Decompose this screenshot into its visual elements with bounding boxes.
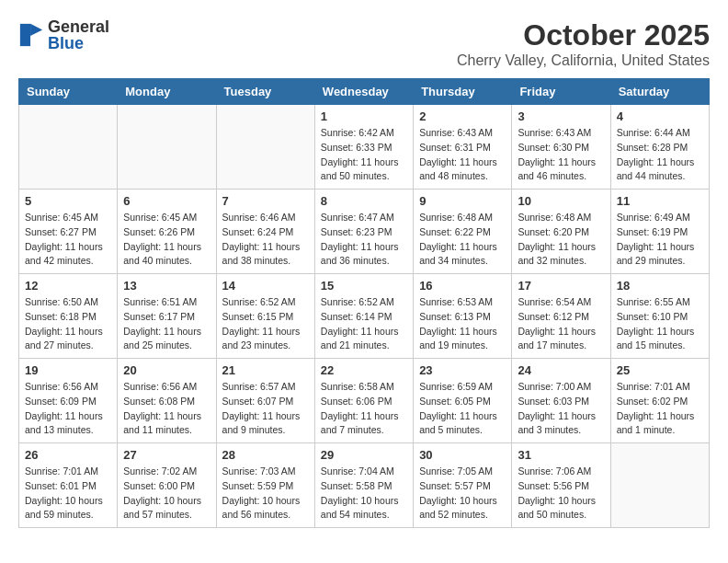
day-info: Sunrise: 6:51 AM Sunset: 6:17 PM Dayligh… xyxy=(123,295,210,353)
day-info: Sunrise: 7:01 AM Sunset: 6:01 PM Dayligh… xyxy=(25,465,111,523)
day-info: Sunrise: 6:45 AM Sunset: 6:27 PM Dayligh… xyxy=(25,211,111,269)
calendar-body: 1Sunrise: 6:42 AM Sunset: 6:33 PM Daylig… xyxy=(19,105,710,528)
calendar-cell: 26Sunrise: 7:01 AM Sunset: 6:01 PM Dayli… xyxy=(19,443,118,528)
day-info: Sunrise: 7:04 AM Sunset: 5:58 PM Dayligh… xyxy=(321,465,407,523)
day-info: Sunrise: 7:05 AM Sunset: 5:57 PM Dayligh… xyxy=(419,465,506,523)
day-info: Sunrise: 6:48 AM Sunset: 6:20 PM Dayligh… xyxy=(518,211,604,269)
day-number: 16 xyxy=(419,279,506,293)
calendar-cell: 12Sunrise: 6:50 AM Sunset: 6:18 PM Dayli… xyxy=(19,274,118,359)
day-info: Sunrise: 6:43 AM Sunset: 6:31 PM Dayligh… xyxy=(419,126,506,184)
day-info: Sunrise: 6:45 AM Sunset: 6:26 PM Dayligh… xyxy=(123,211,210,269)
weekday-header-row: SundayMondayTuesdayWednesdayThursdayFrid… xyxy=(19,79,710,105)
calendar-cell: 1Sunrise: 6:42 AM Sunset: 6:33 PM Daylig… xyxy=(314,105,413,190)
calendar-cell: 19Sunrise: 6:56 AM Sunset: 6:09 PM Dayli… xyxy=(19,359,118,443)
day-number: 14 xyxy=(222,279,309,293)
day-number: 17 xyxy=(518,279,604,293)
weekday-friday: Friday xyxy=(512,79,610,105)
calendar-cell: 3Sunrise: 6:43 AM Sunset: 6:30 PM Daylig… xyxy=(512,105,610,190)
day-info: Sunrise: 6:47 AM Sunset: 6:23 PM Dayligh… xyxy=(321,211,407,269)
svg-rect-0 xyxy=(20,24,30,46)
day-number: 23 xyxy=(419,363,506,377)
calendar-cell: 29Sunrise: 7:04 AM Sunset: 5:58 PM Dayli… xyxy=(314,443,413,528)
day-number: 22 xyxy=(321,363,407,377)
logo-blue: Blue xyxy=(48,35,109,52)
logo-icon xyxy=(18,22,44,48)
day-number: 28 xyxy=(222,448,309,462)
weekday-thursday: Thursday xyxy=(414,79,512,105)
day-number: 7 xyxy=(222,194,309,208)
calendar-cell: 31Sunrise: 7:06 AM Sunset: 5:56 PM Dayli… xyxy=(512,443,610,528)
day-info: Sunrise: 6:54 AM Sunset: 6:12 PM Dayligh… xyxy=(518,295,604,353)
calendar-cell: 20Sunrise: 6:56 AM Sunset: 6:08 PM Dayli… xyxy=(118,359,216,443)
day-info: Sunrise: 6:49 AM Sunset: 6:19 PM Dayligh… xyxy=(617,211,703,269)
calendar-week-1: 1Sunrise: 6:42 AM Sunset: 6:33 PM Daylig… xyxy=(19,105,710,190)
day-number: 30 xyxy=(419,448,506,462)
day-number: 31 xyxy=(518,448,604,462)
day-number: 1 xyxy=(321,109,407,123)
day-number: 19 xyxy=(25,363,111,377)
day-info: Sunrise: 6:46 AM Sunset: 6:24 PM Dayligh… xyxy=(222,211,309,269)
calendar-cell: 2Sunrise: 6:43 AM Sunset: 6:31 PM Daylig… xyxy=(414,105,512,190)
calendar-cell xyxy=(118,105,216,190)
calendar-cell: 11Sunrise: 6:49 AM Sunset: 6:19 PM Dayli… xyxy=(610,190,709,274)
calendar-cell: 5Sunrise: 6:45 AM Sunset: 6:27 PM Daylig… xyxy=(19,190,118,274)
calendar-cell: 23Sunrise: 6:59 AM Sunset: 6:05 PM Dayli… xyxy=(414,359,512,443)
calendar-week-5: 26Sunrise: 7:01 AM Sunset: 6:01 PM Dayli… xyxy=(19,443,710,528)
calendar-cell xyxy=(19,105,118,190)
calendar-cell: 17Sunrise: 6:54 AM Sunset: 6:12 PM Dayli… xyxy=(512,274,610,359)
title-area: October 2025 Cherry Valley, California, … xyxy=(457,18,710,69)
calendar-cell: 4Sunrise: 6:44 AM Sunset: 6:28 PM Daylig… xyxy=(610,105,709,190)
calendar-week-4: 19Sunrise: 6:56 AM Sunset: 6:09 PM Dayli… xyxy=(19,359,710,443)
logo-text: General Blue xyxy=(48,18,109,52)
calendar-cell: 16Sunrise: 6:53 AM Sunset: 6:13 PM Dayli… xyxy=(414,274,512,359)
month-title: October 2025 xyxy=(457,18,710,52)
day-number: 9 xyxy=(419,194,506,208)
day-number: 26 xyxy=(25,448,111,462)
weekday-monday: Monday xyxy=(118,79,216,105)
day-info: Sunrise: 6:42 AM Sunset: 6:33 PM Dayligh… xyxy=(321,126,407,184)
day-info: Sunrise: 6:58 AM Sunset: 6:06 PM Dayligh… xyxy=(321,380,407,438)
day-info: Sunrise: 7:02 AM Sunset: 6:00 PM Dayligh… xyxy=(123,465,210,523)
day-number: 4 xyxy=(617,109,703,123)
day-number: 20 xyxy=(123,363,210,377)
day-number: 8 xyxy=(321,194,407,208)
day-number: 27 xyxy=(123,448,210,462)
day-info: Sunrise: 7:06 AM Sunset: 5:56 PM Dayligh… xyxy=(518,465,604,523)
day-info: Sunrise: 6:59 AM Sunset: 6:05 PM Dayligh… xyxy=(419,380,506,438)
day-info: Sunrise: 6:48 AM Sunset: 6:22 PM Dayligh… xyxy=(419,211,506,269)
calendar-table: SundayMondayTuesdayWednesdayThursdayFrid… xyxy=(18,78,710,528)
day-info: Sunrise: 7:03 AM Sunset: 5:59 PM Dayligh… xyxy=(222,465,309,523)
calendar-cell: 22Sunrise: 6:58 AM Sunset: 6:06 PM Dayli… xyxy=(314,359,413,443)
weekday-wednesday: Wednesday xyxy=(314,79,413,105)
location-title: Cherry Valley, California, United States xyxy=(457,52,710,69)
calendar-cell: 10Sunrise: 6:48 AM Sunset: 6:20 PM Dayli… xyxy=(512,190,610,274)
calendar-cell: 25Sunrise: 7:01 AM Sunset: 6:02 PM Dayli… xyxy=(610,359,709,443)
calendar-cell: 24Sunrise: 7:00 AM Sunset: 6:03 PM Dayli… xyxy=(512,359,610,443)
calendar-cell: 28Sunrise: 7:03 AM Sunset: 5:59 PM Dayli… xyxy=(216,443,314,528)
calendar-cell: 30Sunrise: 7:05 AM Sunset: 5:57 PM Dayli… xyxy=(414,443,512,528)
day-number: 11 xyxy=(617,194,703,208)
logo-general: General xyxy=(48,18,109,35)
day-info: Sunrise: 6:52 AM Sunset: 6:14 PM Dayligh… xyxy=(321,295,407,353)
calendar-cell: 6Sunrise: 6:45 AM Sunset: 6:26 PM Daylig… xyxy=(118,190,216,274)
day-number: 2 xyxy=(419,109,506,123)
day-number: 12 xyxy=(25,279,111,293)
day-info: Sunrise: 7:00 AM Sunset: 6:03 PM Dayligh… xyxy=(518,380,604,438)
calendar-cell: 9Sunrise: 6:48 AM Sunset: 6:22 PM Daylig… xyxy=(414,190,512,274)
day-info: Sunrise: 6:44 AM Sunset: 6:28 PM Dayligh… xyxy=(617,126,703,184)
page-header: General Blue October 2025 Cherry Valley,… xyxy=(18,18,710,69)
weekday-sunday: Sunday xyxy=(19,79,118,105)
calendar-cell: 21Sunrise: 6:57 AM Sunset: 6:07 PM Dayli… xyxy=(216,359,314,443)
day-number: 21 xyxy=(222,363,309,377)
weekday-saturday: Saturday xyxy=(610,79,709,105)
day-number: 15 xyxy=(321,279,407,293)
calendar-week-2: 5Sunrise: 6:45 AM Sunset: 6:27 PM Daylig… xyxy=(19,190,710,274)
day-info: Sunrise: 6:56 AM Sunset: 6:08 PM Dayligh… xyxy=(123,380,210,438)
day-number: 29 xyxy=(321,448,407,462)
day-number: 24 xyxy=(518,363,604,377)
day-info: Sunrise: 6:56 AM Sunset: 6:09 PM Dayligh… xyxy=(25,380,111,438)
day-number: 13 xyxy=(123,279,210,293)
calendar-cell: 14Sunrise: 6:52 AM Sunset: 6:15 PM Dayli… xyxy=(216,274,314,359)
day-info: Sunrise: 6:52 AM Sunset: 6:15 PM Dayligh… xyxy=(222,295,309,353)
day-info: Sunrise: 6:53 AM Sunset: 6:13 PM Dayligh… xyxy=(419,295,506,353)
